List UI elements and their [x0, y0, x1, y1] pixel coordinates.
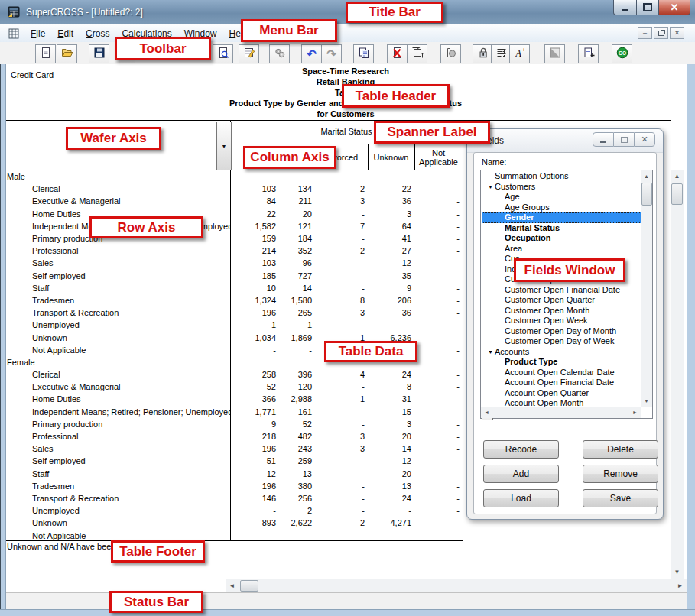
row-group-label[interactable]: Male [5, 170, 464, 183]
data-cell[interactable]: - [414, 481, 463, 491]
data-cell[interactable]: - [414, 296, 463, 305]
data-cell[interactable]: - [414, 407, 463, 417]
field-item-accounts[interactable]: ▼Accounts [482, 347, 641, 358]
data-cell[interactable]: 352 [279, 246, 315, 255]
row-label[interactable]: Tradesmen [5, 481, 230, 491]
shade-button[interactable] [544, 44, 565, 63]
scroll-right-icon[interactable]: ► [674, 579, 687, 592]
fields-window-titlebar[interactable]: Fields ✕ [467, 129, 663, 153]
data-cell[interactable]: - [315, 271, 368, 280]
data-cell[interactable]: 3 [315, 432, 368, 441]
row-label[interactable]: Male [5, 172, 230, 181]
data-cell[interactable]: - [315, 494, 368, 503]
zero-suppression-button[interactable] [440, 44, 461, 63]
data-cell[interactable]: 184 [279, 234, 315, 243]
data-cell[interactable]: 256 [279, 494, 315, 503]
data-cell[interactable]: - [230, 345, 279, 355]
open-button[interactable] [57, 44, 77, 63]
scroll-up-icon[interactable]: ▲ [671, 170, 684, 183]
data-cell[interactable]: 1,582 [230, 222, 279, 231]
lock-button[interactable] [473, 44, 493, 63]
row-label[interactable]: Professional [5, 246, 230, 255]
data-cell[interactable]: 366 [230, 394, 279, 404]
data-cell[interactable]: - [315, 469, 368, 478]
data-cell[interactable]: - [368, 320, 414, 329]
fields-scroll-left-icon[interactable]: ◄ [481, 407, 492, 418]
fields-scroll-down-icon[interactable]: ▼ [641, 395, 652, 407]
remove-button[interactable]: Remove [583, 465, 658, 483]
close-button[interactable]: ✕ [658, 0, 690, 15]
data-cell[interactable]: 51 [230, 456, 279, 465]
row-label[interactable]: Professional [5, 432, 230, 441]
horizontal-scroll-thumb[interactable] [240, 580, 258, 592]
data-cell[interactable]: 134 [279, 184, 315, 193]
data-cell[interactable]: 2 [315, 246, 368, 255]
data-cell[interactable]: 380 [279, 481, 315, 491]
field-item-account-open-quarter[interactable]: Account Open Quarter [482, 388, 641, 399]
row-label[interactable]: Clerical [5, 370, 230, 379]
data-cell[interactable]: - [315, 481, 368, 491]
document-table-icon[interactable] [8, 28, 20, 39]
field-item-account-open-month[interactable]: Account Open Month [482, 398, 641, 407]
delete-button[interactable]: Delete [583, 440, 658, 459]
data-cell[interactable]: 1,034 [230, 333, 279, 342]
fields-vertical-scrollbar[interactable]: ▲ ▼ [641, 170, 652, 407]
field-item-marital-status[interactable]: Marital Status [482, 223, 641, 234]
data-cell[interactable]: 20 [368, 432, 414, 441]
wafer-dropdown-button[interactable]: ▼ [216, 122, 232, 170]
data-cell[interactable]: 13 [279, 469, 315, 478]
data-cell[interactable]: - [279, 531, 315, 540]
data-cell[interactable]: 211 [279, 196, 315, 206]
data-cell[interactable]: - [414, 345, 463, 355]
load-button[interactable]: Load [483, 489, 559, 507]
data-cell[interactable]: - [315, 284, 368, 293]
minimize-button[interactable] [613, 0, 637, 15]
row-label[interactable]: Not Applicable [5, 531, 230, 540]
data-cell[interactable]: 1,869 [279, 333, 315, 342]
data-cell[interactable]: 2 [279, 506, 315, 515]
preview-button[interactable] [213, 44, 233, 63]
data-cell[interactable]: 52 [230, 382, 279, 391]
go-button[interactable]: GO [612, 44, 632, 63]
fields-scroll-thumb[interactable] [641, 183, 652, 206]
data-cell[interactable]: 1 [315, 394, 368, 404]
field-item-customer-open-day-of-week[interactable]: Customer Open Day of Week [482, 336, 641, 347]
data-cell[interactable]: 3 [368, 209, 414, 219]
mdi-minimize-button[interactable]: – [638, 27, 652, 39]
data-cell[interactable]: 9 [230, 420, 279, 429]
data-cell[interactable]: 2 [315, 184, 368, 193]
data-cell[interactable]: 243 [279, 444, 315, 453]
field-item-customers[interactable]: ▼Customers [482, 182, 641, 193]
row-label[interactable]: Self employed [5, 456, 230, 465]
data-cell[interactable]: 41 [368, 234, 414, 243]
data-cell[interactable]: 14 [279, 284, 315, 293]
row-label[interactable]: Sales [5, 444, 230, 453]
data-cell[interactable]: - [414, 284, 463, 293]
data-cell[interactable]: - [414, 320, 463, 329]
horizontal-scrollbar[interactable]: ◄ ► [226, 579, 687, 592]
data-cell[interactable]: 185 [230, 271, 279, 280]
data-cell[interactable]: - [315, 456, 368, 465]
data-cell[interactable]: - [414, 456, 463, 465]
save-button[interactable]: Save [583, 489, 658, 507]
recode-button[interactable]: Recode [483, 440, 559, 459]
data-cell[interactable]: 52 [279, 420, 315, 429]
data-cell[interactable]: 7 [315, 222, 368, 231]
data-cell[interactable]: 84 [230, 196, 279, 206]
data-cell[interactable]: 20 [368, 469, 414, 478]
data-cell[interactable]: - [414, 518, 463, 527]
data-cell[interactable]: - [414, 333, 463, 342]
wafer-axis-label[interactable]: Credit Card [11, 70, 54, 79]
data-cell[interactable]: 206 [368, 296, 414, 305]
data-cell[interactable]: 265 [279, 308, 315, 317]
row-label[interactable]: Transport & Recreation [5, 308, 230, 317]
data-cell[interactable]: - [414, 494, 463, 503]
data-cell[interactable]: 20 [279, 209, 315, 219]
field-item-customer-open-financial-date[interactable]: Customer Open Financial Date [482, 285, 641, 296]
data-cell[interactable]: 36 [368, 196, 414, 206]
row-label[interactable]: Staff [5, 469, 230, 478]
field-item-customer-open-day-of-month[interactable]: Customer Open Day of Month [482, 326, 641, 337]
data-cell[interactable]: - [315, 407, 368, 417]
row-label[interactable]: Clerical [5, 184, 230, 193]
field-item-account-open-financial-date[interactable]: Account Open Financial Date [482, 378, 641, 388]
